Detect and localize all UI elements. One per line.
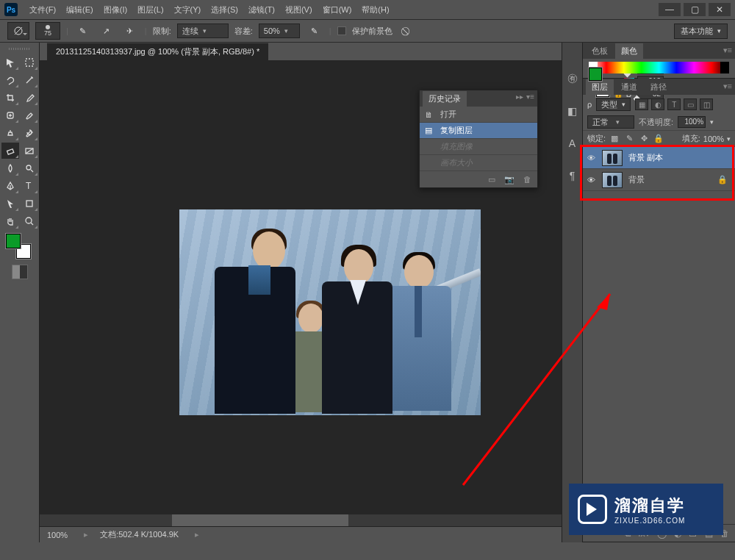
tolerance-select[interactable]: 50% — [259, 24, 300, 38]
filter-type-icon[interactable]: T — [667, 98, 681, 110]
brush-airbrush-icon[interactable]: ✈ — [121, 23, 139, 39]
brush-angle-icon[interactable]: ↗ — [98, 23, 115, 39]
docinfo-menu-icon[interactable]: ▸ — [195, 530, 199, 539]
blend-mode-select[interactable]: 正常 — [587, 115, 634, 129]
horizontal-scrollbar[interactable] — [40, 514, 562, 526]
dodge-tool[interactable] — [21, 160, 38, 176]
quickmask-toggle[interactable] — [12, 265, 28, 279]
history-item[interactable]: 填充图像 — [420, 139, 537, 155]
visibility-toggle[interactable]: 👁 — [586, 176, 596, 184]
protect-fg-eyedropper-icon[interactable]: ⃠ — [398, 23, 416, 39]
lock-all-icon[interactable]: 🔒 — [653, 134, 664, 144]
layer-row[interactable]: 👁 背景 🔒 — [583, 169, 735, 191]
layer-thumbnail[interactable] — [602, 172, 623, 188]
lock-trans-icon[interactable]: ▩ — [609, 134, 620, 144]
bg-eraser-icon — [12, 25, 24, 37]
layer-name[interactable]: 背景 — [628, 174, 645, 185]
hand-tool[interactable] — [1, 213, 19, 229]
menu-image[interactable]: 图像(I) — [99, 2, 132, 18]
visibility-toggle[interactable]: 👁 — [586, 154, 596, 162]
dock-properties-icon[interactable]: ◧ — [566, 104, 579, 118]
brush-preset-picker[interactable]: 75 — [35, 22, 60, 40]
layer-filter-kind[interactable]: 类型▾ — [596, 98, 631, 111]
filter-shape-icon[interactable]: ▭ — [684, 98, 697, 110]
color-swatches[interactable] — [6, 234, 31, 259]
layer-row[interactable]: 👁 背景 副本 — [583, 147, 735, 169]
menu-edit[interactable]: 编辑(E) — [62, 2, 98, 18]
history-doc-icon[interactable]: ▭ — [488, 175, 495, 184]
palette-grip[interactable] — [1, 46, 37, 51]
menu-view[interactable]: 视图(V) — [281, 2, 317, 18]
watermark: 溜溜自学 ZIXUE.3D66.COM — [569, 484, 723, 535]
filter-smart-icon[interactable]: ◫ — [700, 98, 713, 110]
panel-menu-icon[interactable]: ▾≡ — [723, 46, 732, 55]
filter-pixel-icon[interactable]: ▦ — [635, 98, 648, 110]
panel-menu-icon[interactable]: ▾≡ — [526, 93, 534, 101]
current-tool-preset[interactable] — [7, 22, 29, 40]
color-spectrum[interactable] — [589, 62, 729, 73]
brush-pressure-icon[interactable]: ✎ — [74, 23, 92, 39]
pen-tool[interactable] — [1, 178, 19, 194]
gradient-tool[interactable] — [21, 143, 38, 159]
dock-char-icon[interactable]: A — [566, 137, 579, 150]
dock-para-icon[interactable]: ¶ — [566, 169, 579, 182]
type-tool[interactable]: T — [21, 178, 38, 194]
tab-layers[interactable]: 图层 — [586, 79, 614, 95]
menu-filter[interactable]: 滤镜(T) — [244, 2, 279, 18]
brush-tool[interactable] — [21, 107, 38, 123]
menu-select[interactable]: 选择(S) — [207, 2, 243, 18]
tab-color[interactable]: 颜色 — [615, 43, 643, 59]
zoom-level[interactable]: 100% — [47, 531, 68, 539]
trash-icon[interactable]: 🗑 — [523, 175, 531, 184]
menu-help[interactable]: 帮助(H) — [357, 2, 393, 18]
zoom-tool[interactable] — [21, 213, 38, 229]
tolerance-pressure-icon[interactable]: ✎ — [306, 23, 323, 39]
zoom-menu-icon[interactable]: ▸ — [84, 530, 88, 539]
workspace-switcher[interactable]: 基本功能▾ — [674, 24, 728, 39]
eraser-tool[interactable] — [1, 143, 19, 159]
window-close-button[interactable]: ✕ — [709, 3, 731, 16]
menu-window[interactable]: 窗口(W) — [318, 2, 356, 18]
menu-layer[interactable]: 图层(L) — [133, 2, 168, 18]
protect-fg-checkbox[interactable] — [337, 26, 346, 35]
window-minimize-button[interactable]: — — [659, 3, 681, 16]
snapshot-icon[interactable]: 📷 — [504, 175, 514, 184]
healing-brush-tool[interactable] — [1, 107, 19, 123]
path-select-tool[interactable] — [1, 195, 19, 212]
eyedropper-tool[interactable] — [21, 90, 38, 106]
doc-info[interactable]: 文档:502.4 K/1004.9K — [100, 529, 179, 540]
lock-move-icon[interactable]: ✥ — [638, 134, 650, 144]
magic-wand-tool[interactable] — [21, 72, 38, 88]
opacity-value[interactable]: 100% — [678, 116, 706, 128]
lock-paint-icon[interactable]: ✎ — [623, 134, 635, 144]
shape-tool[interactable] — [21, 195, 38, 212]
tab-swatches[interactable]: 色板 — [586, 43, 614, 59]
filter-adjust-icon[interactable]: ◐ — [651, 98, 664, 110]
lasso-tool[interactable] — [1, 72, 19, 88]
history-item[interactable]: 🗎打开 — [420, 107, 537, 123]
limit-select[interactable]: 连续 — [177, 24, 229, 38]
menu-type[interactable]: 文字(Y) — [170, 2, 206, 18]
rect-marquee-tool[interactable] — [21, 54, 38, 71]
fill-value[interactable]: 100% — [703, 134, 724, 143]
menu-file[interactable]: 文件(F) — [25, 2, 60, 18]
dock-history-icon[interactable]: ㊒ — [566, 72, 579, 85]
foreground-swatch[interactable] — [6, 234, 21, 248]
clone-stamp-tool[interactable] — [1, 125, 19, 141]
crop-tool[interactable] — [1, 90, 19, 106]
move-tool[interactable] — [1, 54, 19, 71]
collapse-icon[interactable]: ▸▸ — [516, 93, 523, 101]
svg-point-6 — [26, 165, 31, 170]
panel-menu-icon[interactable]: ▾≡ — [723, 82, 732, 91]
layer-name[interactable]: 背景 副本 — [628, 152, 663, 163]
tab-history[interactable]: 历史记录 — [423, 91, 467, 107]
history-item[interactable]: ▤复制图层 — [420, 123, 537, 139]
blur-tool[interactable] — [1, 160, 19, 176]
tab-paths[interactable]: 路径 — [645, 79, 673, 95]
tab-channels[interactable]: 通道 — [615, 79, 643, 95]
history-item[interactable]: 画布大小 — [420, 155, 537, 171]
document-tab[interactable]: 20131125140313937.jpg @ 100% (背景 副本, RGB… — [47, 43, 268, 60]
history-brush-tool[interactable] — [21, 125, 38, 141]
window-maximize-button[interactable]: ▢ — [684, 3, 706, 16]
layer-thumbnail[interactable] — [602, 150, 623, 166]
